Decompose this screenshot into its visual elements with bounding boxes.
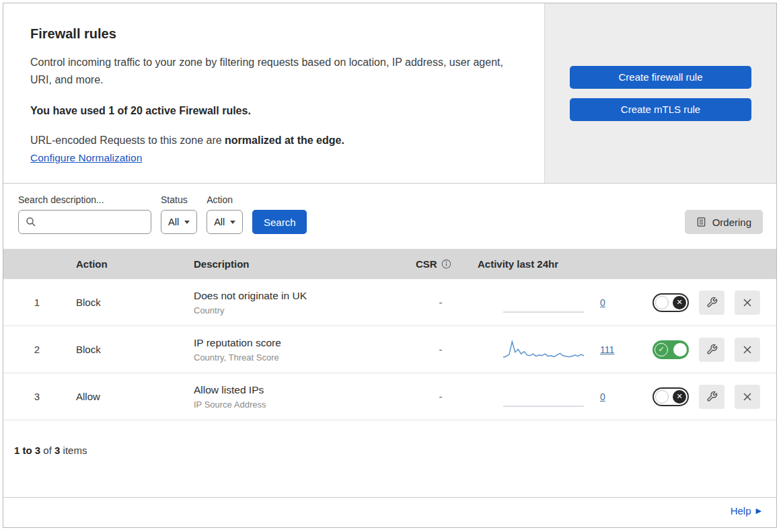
- header-text-block: Firewall rules Control incoming traffic …: [3, 3, 544, 183]
- items-label: items: [63, 445, 87, 456]
- status-label: Status: [161, 194, 197, 205]
- items-range: 1 to 3: [14, 445, 40, 456]
- action-dropdown-value: All: [214, 217, 225, 227]
- activity-sparkline: [503, 385, 584, 408]
- rule-priority: 3: [3, 391, 71, 402]
- rule-csr-value: -: [410, 344, 471, 355]
- header-section: Firewall rules Control incoming traffic …: [3, 3, 776, 184]
- search-box[interactable]: [18, 210, 151, 234]
- table-row: 2 Block IP reputation score Country, Thr…: [3, 326, 776, 373]
- search-group: Search description...: [18, 194, 151, 234]
- action-dropdown[interactable]: All: [207, 210, 243, 234]
- items-of: of: [43, 445, 52, 456]
- rule-action: Allow: [71, 391, 188, 402]
- status-dropdown-value: All: [168, 217, 179, 227]
- toggle-state-icon: [673, 390, 686, 404]
- rule-description-cell: IP reputation score Country, Threat Scor…: [188, 337, 410, 363]
- usage-text: You have used 1 of 20 active Firewall ru…: [30, 105, 517, 117]
- chevron-down-icon: [230, 221, 235, 224]
- rule-activity-cell: 111: [471, 338, 639, 361]
- search-icon: [26, 217, 36, 227]
- normalization-prefix: URL-encoded Requests to this zone are: [30, 135, 222, 146]
- rule-priority: 2: [3, 344, 71, 355]
- rule-controls: [639, 385, 776, 409]
- activity-sparkline: [503, 338, 584, 361]
- column-description: Description: [188, 258, 410, 270]
- rule-enabled-toggle[interactable]: [653, 340, 689, 359]
- rule-description: Allow listed IPs: [194, 384, 405, 396]
- create-firewall-rule-button[interactable]: Create firewall rule: [570, 66, 751, 89]
- activity-count-link[interactable]: 0: [600, 391, 605, 402]
- action-label: Action: [207, 194, 243, 205]
- rule-action: Block: [71, 297, 188, 308]
- column-csr: CSR: [410, 258, 471, 270]
- actions-panel: Create firewall rule Create mTLS rule: [544, 3, 776, 183]
- firewall-rules-page: Firewall rules Control incoming traffic …: [3, 3, 777, 528]
- rule-controls: [639, 338, 776, 362]
- rule-description-cell: Allow listed IPs IP Source Address: [188, 384, 410, 410]
- toggle-knob: [655, 390, 669, 404]
- close-icon: [743, 298, 752, 307]
- rule-description: Does not originate in UK: [194, 290, 405, 302]
- page-title: Firewall rules: [30, 26, 517, 42]
- wrench-icon: [706, 344, 718, 355]
- rule-enabled-toggle[interactable]: [653, 387, 689, 406]
- configure-normalization-link[interactable]: Configure Normalization: [30, 152, 142, 163]
- toggle-knob: [655, 296, 669, 309]
- chevron-down-icon: [184, 221, 190, 224]
- column-action: Action: [71, 258, 188, 270]
- rule-controls: [639, 291, 776, 315]
- ordering-list-icon: [696, 217, 706, 227]
- rule-priority: 1: [3, 297, 71, 308]
- wrench-icon: [706, 297, 718, 308]
- activity-sparkline: [503, 291, 584, 314]
- delete-rule-button[interactable]: [735, 291, 760, 315]
- search-button[interactable]: Search: [252, 210, 307, 234]
- rule-activity-cell: 0: [471, 291, 639, 314]
- ordering-button-label: Ordering: [712, 217, 751, 228]
- help-link[interactable]: Help ▶: [731, 505, 761, 517]
- toggle-state-icon: [655, 343, 668, 356]
- toggle-knob: [673, 343, 687, 356]
- rule-fields: Country: [194, 305, 405, 315]
- table-header: Action Description CSR Activity last 24h…: [3, 249, 776, 279]
- column-csr-label: CSR: [416, 258, 437, 270]
- activity-count-link[interactable]: 0: [600, 297, 605, 308]
- table-row: 3 Allow Allow listed IPs IP Source Addre…: [3, 373, 776, 420]
- rule-enabled-toggle[interactable]: [653, 293, 689, 312]
- search-label: Search description...: [18, 194, 151, 205]
- page-description: Control incoming traffic to your zone by…: [30, 54, 517, 89]
- table-row: 1 Block Does not originate in UK Country…: [3, 279, 776, 326]
- filter-bar: Search description... Status All Action …: [3, 184, 776, 249]
- edit-rule-button[interactable]: [699, 385, 724, 409]
- edit-rule-button[interactable]: [699, 291, 724, 315]
- rule-fields: Country, Threat Score: [194, 352, 405, 363]
- edit-rule-button[interactable]: [699, 338, 724, 362]
- items-total: 3: [54, 445, 60, 456]
- close-icon: [743, 392, 752, 402]
- delete-rule-button[interactable]: [735, 385, 760, 409]
- rule-description: IP reputation score: [194, 337, 405, 349]
- action-group: Action All: [207, 194, 243, 234]
- column-activity: Activity last 24hr: [471, 258, 639, 270]
- help-link-label: Help: [731, 505, 751, 517]
- close-icon: [743, 345, 752, 354]
- create-mtls-rule-button[interactable]: Create mTLS rule: [570, 98, 751, 121]
- ordering-button[interactable]: Ordering: [685, 210, 763, 234]
- activity-count-link[interactable]: 111: [600, 344, 614, 355]
- info-icon[interactable]: [441, 259, 451, 269]
- status-group: Status All: [161, 194, 197, 234]
- toggle-state-icon: [673, 296, 686, 309]
- delete-rule-button[interactable]: [735, 338, 760, 362]
- status-dropdown[interactable]: All: [161, 210, 197, 234]
- help-footer: Help ▶: [3, 497, 776, 527]
- rule-csr-value: -: [410, 391, 471, 402]
- rule-fields: IP Source Address: [194, 400, 405, 410]
- play-arrow-icon: ▶: [756, 506, 761, 515]
- rules-table: Action Description CSR Activity last 24h…: [3, 249, 776, 468]
- rule-activity-cell: 0: [471, 385, 639, 408]
- normalization-text: URL-encoded Requests to this zone are no…: [30, 135, 517, 147]
- search-input[interactable]: [40, 216, 144, 228]
- rule-description-cell: Does not originate in UK Country: [188, 290, 410, 315]
- pagination-summary: 1 to 3 of 3 items: [3, 420, 776, 468]
